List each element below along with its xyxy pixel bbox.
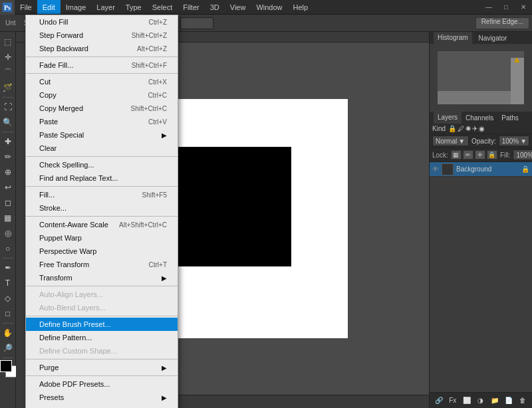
menu-file[interactable]: File: [15, 0, 37, 14]
menu-help[interactable]: Help: [288, 0, 314, 14]
menu-check-spelling[interactable]: Check Spelling...: [26, 158, 178, 171]
menu-fade-fill[interactable]: Fade Fill... Shift+Ctrl+F: [26, 58, 178, 72]
blend-mode-dropdown[interactable]: Normal▼: [432, 136, 469, 146]
menu-edit[interactable]: Edit: [37, 0, 61, 14]
lock-icons: ▦ ✏ ✛ 🔒: [451, 150, 497, 159]
menu-define-pattern[interactable]: Define Pattern...: [26, 331, 178, 344]
menu-content-aware-scale[interactable]: Content-Aware Scale Alt+Shift+Ctrl+C: [26, 218, 178, 231]
menu-paste-special[interactable]: Paste Special ▶: [26, 128, 178, 142]
opacity-dropdown[interactable]: 100%▼: [499, 136, 529, 146]
menu-copy-merged[interactable]: Copy Merged Shift+Ctrl+C: [26, 102, 178, 115]
menu-define-custom-shape: Define Custom Shape...: [26, 344, 178, 357]
tool-sep-4: [2, 323, 14, 324]
lock-all-button[interactable]: 🔒: [487, 150, 497, 159]
tool-shape[interactable]: □: [1, 306, 15, 321]
menu-puppet-warp[interactable]: Puppet Warp: [26, 231, 178, 245]
layer-eye-icon[interactable]: 👁: [432, 165, 439, 173]
layers-panel: Layers Channels Paths Kind 🔒 🖊 ✺ ✈ ◉ Nor…: [430, 112, 532, 408]
lock-position-button[interactable]: ✛: [475, 150, 485, 159]
menu-step-forward[interactable]: Step Forward Shift+Ctrl+Z: [26, 29, 178, 42]
tool-clone[interactable]: ⊕: [1, 165, 15, 179]
menu-bar: Ps File Edit Image Layer Type Select Fil…: [0, 0, 532, 15]
tool-gradient[interactable]: ▦: [1, 211, 15, 225]
link-layers-button[interactable]: 🔗: [432, 393, 445, 408]
undo-label: Unt: [3, 19, 19, 27]
tab-histogram[interactable]: Histogram: [434, 32, 472, 44]
color-boxes-area: [0, 360, 16, 383]
menu-copy[interactable]: Copy Ctrl+C: [26, 88, 178, 102]
app-icon: Ps: [0, 0, 15, 15]
menu-3d[interactable]: 3D: [205, 0, 225, 14]
svg-rect-4: [438, 91, 511, 104]
tab-layers[interactable]: Layers: [434, 112, 462, 124]
tool-path[interactable]: ◇: [1, 291, 15, 306]
fill-dropdown[interactable]: 100%▼: [513, 150, 532, 160]
menu-find-replace[interactable]: Find and Replace Text...: [26, 171, 178, 185]
new-layer-button[interactable]: 📄: [503, 393, 515, 408]
tool-marquee[interactable]: ⬚: [1, 35, 15, 49]
sep-2: [26, 73, 178, 74]
tool-crop[interactable]: ⛶: [1, 100, 15, 114]
foreground-color-box[interactable]: [0, 360, 12, 372]
tool-zoom[interactable]: 🔎: [1, 341, 15, 356]
menu-layer[interactable]: Layer: [91, 0, 120, 14]
menu-transform[interactable]: Transform ▶: [26, 271, 178, 284]
menu-adobe-pdf-presets[interactable]: Adobe PDF Presets...: [26, 377, 178, 391]
tool-heal[interactable]: ✚: [1, 134, 15, 149]
tab-paths[interactable]: Paths: [497, 112, 523, 124]
tool-eraser[interactable]: ◻: [1, 195, 15, 210]
close-button[interactable]: ✕: [515, 0, 532, 15]
menu-image[interactable]: Image: [61, 0, 92, 14]
add-mask-button[interactable]: ⬜: [460, 393, 473, 408]
sep-3: [26, 156, 178, 157]
menu-purge[interactable]: Purge ▶: [26, 361, 178, 374]
menu-view[interactable]: View: [225, 0, 251, 14]
menu-filter[interactable]: Filter: [178, 0, 204, 14]
menu-remote-connections[interactable]: Remote Connections...: [26, 404, 178, 408]
menu-clear[interactable]: Clear: [26, 142, 178, 155]
restore-button[interactable]: □: [497, 0, 515, 15]
menu-free-transform[interactable]: Free Transform Ctrl+T: [26, 258, 178, 271]
sep-4: [26, 186, 178, 187]
minimize-button[interactable]: —: [480, 0, 497, 15]
refine-edge-button[interactable]: Refine Edge...: [475, 17, 529, 29]
tool-pen[interactable]: ✒: [1, 260, 15, 275]
tool-history[interactable]: ↩: [1, 180, 15, 195]
tool-lasso[interactable]: ⌒: [1, 65, 15, 80]
lock-label: Lock:: [432, 152, 448, 159]
lock-image-button[interactable]: ✏: [463, 150, 473, 159]
tool-text[interactable]: T: [1, 276, 15, 290]
menu-paste[interactable]: Paste Ctrl+V: [26, 115, 178, 128]
layer-item-background[interactable]: 👁 Background 🔒: [430, 162, 532, 177]
tool-move[interactable]: ✛: [1, 50, 15, 64]
tool-blur[interactable]: ◎: [1, 226, 15, 241]
height-input[interactable]: [180, 17, 213, 29]
delete-layer-button[interactable]: 🗑: [517, 393, 529, 408]
tool-hand[interactable]: ✋: [1, 326, 15, 340]
menu-perspective-warp[interactable]: Perspective Warp: [26, 245, 178, 258]
menu-define-brush-preset[interactable]: Define Brush Preset...: [26, 318, 178, 331]
menu-fill[interactable]: Fill... Shift+F5: [26, 188, 178, 201]
menu-cut[interactable]: Cut Ctrl+X: [26, 75, 178, 88]
menu-undo-fill[interactable]: Undo Fill Ctrl+Z: [26, 15, 178, 29]
menu-presets[interactable]: Presets ▶: [26, 391, 178, 404]
menu-window[interactable]: Window: [251, 0, 287, 14]
tool-wand[interactable]: 🪄: [1, 80, 15, 95]
tab-channels[interactable]: Channels: [462, 112, 497, 124]
menu-stroke[interactable]: Stroke...: [26, 201, 178, 215]
tool-sep-5: [2, 357, 14, 358]
tool-eyedropper[interactable]: 🔍: [1, 115, 15, 130]
svg-rect-3: [511, 58, 524, 104]
menu-step-backward[interactable]: Step Backward Alt+Ctrl+Z: [26, 42, 178, 55]
tool-dodge[interactable]: ○: [1, 241, 15, 256]
tool-brush[interactable]: ✏: [1, 150, 15, 164]
tab-navigator[interactable]: Navigator: [475, 32, 511, 44]
sep-8: [26, 359, 178, 359]
new-adjustment-button[interactable]: ◑: [474, 393, 487, 408]
new-group-button[interactable]: 📁: [489, 393, 501, 408]
add-style-button[interactable]: Fx: [446, 393, 459, 408]
sep-5: [26, 216, 178, 217]
lock-transparent-button[interactable]: ▦: [451, 150, 462, 159]
menu-select[interactable]: Select: [147, 0, 178, 14]
menu-type[interactable]: Type: [120, 0, 147, 14]
